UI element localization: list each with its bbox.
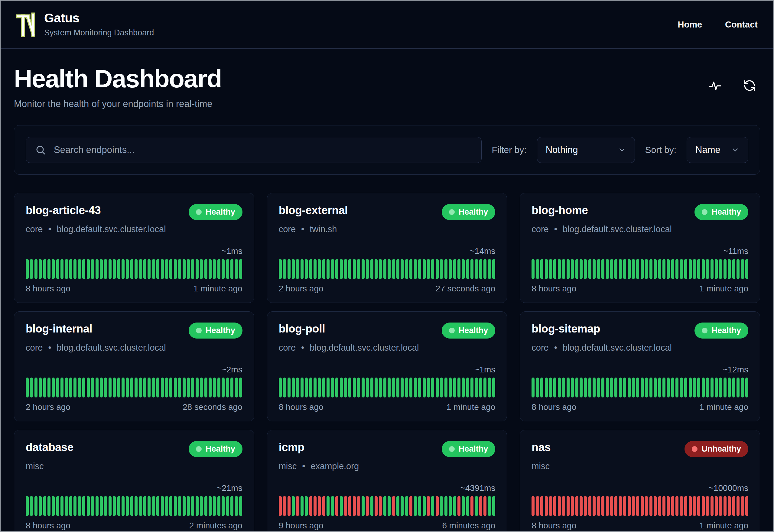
uptime-bar[interactable] xyxy=(296,378,299,397)
uptime-bar[interactable] xyxy=(366,378,369,397)
uptime-bar[interactable] xyxy=(680,496,683,516)
uptime-bar[interactable] xyxy=(697,496,700,516)
uptime-bar[interactable] xyxy=(113,496,116,516)
uptime-bar[interactable] xyxy=(418,496,421,516)
uptime-bar[interactable] xyxy=(122,496,125,516)
filter-dropdown[interactable]: Nothing xyxy=(537,137,635,163)
uptime-bar[interactable] xyxy=(60,378,63,397)
uptime-bar[interactable] xyxy=(593,378,596,397)
uptime-bar[interactable] xyxy=(235,496,238,516)
uptime-bar[interactable] xyxy=(314,259,317,279)
uptime-bar[interactable] xyxy=(562,378,565,397)
endpoint-card[interactable]: blog-poll Healthy core • blog.default.sv… xyxy=(267,311,507,421)
uptime-bar[interactable] xyxy=(318,378,321,397)
uptime-bar[interactable] xyxy=(69,378,72,397)
uptime-bar[interactable] xyxy=(239,496,242,516)
uptime-bar[interactable] xyxy=(344,496,347,516)
uptime-bar[interactable] xyxy=(87,259,90,279)
uptime-bar[interactable] xyxy=(322,496,325,516)
uptime-bar[interactable] xyxy=(82,259,85,279)
uptime-bar[interactable] xyxy=(466,496,469,516)
uptime-bar[interactable] xyxy=(715,378,718,397)
uptime-bar[interactable] xyxy=(318,259,321,279)
uptime-bar[interactable] xyxy=(96,496,99,516)
uptime-bar[interactable] xyxy=(628,378,631,397)
uptime-bar[interactable] xyxy=(375,259,378,279)
uptime-bar[interactable] xyxy=(658,378,661,397)
endpoint-card[interactable]: blog-internal Healthy core • blog.defaul… xyxy=(14,311,254,421)
uptime-bar[interactable] xyxy=(645,259,648,279)
uptime-bar[interactable] xyxy=(161,378,164,397)
uptime-bar[interactable] xyxy=(161,259,164,279)
uptime-bar[interactable] xyxy=(288,259,291,279)
uptime-bar[interactable] xyxy=(362,378,365,397)
uptime-bar[interactable] xyxy=(466,378,469,397)
uptime-bar[interactable] xyxy=(235,378,238,397)
uptime-bar[interactable] xyxy=(26,378,29,397)
uptime-bar[interactable] xyxy=(623,496,626,516)
uptime-bar[interactable] xyxy=(601,259,604,279)
uptime-bar[interactable] xyxy=(174,259,177,279)
uptime-bar[interactable] xyxy=(728,496,731,516)
uptime-bar[interactable] xyxy=(658,259,661,279)
uptime-bar[interactable] xyxy=(401,378,404,397)
uptime-bar[interactable] xyxy=(388,496,391,516)
uptime-bar[interactable] xyxy=(148,378,151,397)
uptime-bar[interactable] xyxy=(126,378,129,397)
uptime-bar[interactable] xyxy=(571,496,574,516)
uptime-bar[interactable] xyxy=(43,378,46,397)
uptime-bar[interactable] xyxy=(684,496,687,516)
uptime-bar[interactable] xyxy=(104,378,107,397)
uptime-bar[interactable] xyxy=(379,259,382,279)
uptime-bar[interactable] xyxy=(732,496,735,516)
uptime-bar[interactable] xyxy=(693,259,696,279)
uptime-bar[interactable] xyxy=(156,259,159,279)
uptime-bar[interactable] xyxy=(388,259,391,279)
uptime-bar[interactable] xyxy=(239,378,242,397)
uptime-bar[interactable] xyxy=(191,378,194,397)
uptime-bar[interactable] xyxy=(379,496,382,516)
uptime-bar[interactable] xyxy=(532,496,535,516)
uptime-bar[interactable] xyxy=(536,378,539,397)
uptime-bar[interactable] xyxy=(183,378,186,397)
uptime-bar[interactable] xyxy=(444,496,447,516)
uptime-bar[interactable] xyxy=(689,259,692,279)
uptime-bar[interactable] xyxy=(741,378,744,397)
uptime-bar[interactable] xyxy=(427,496,430,516)
uptime-bar[interactable] xyxy=(405,496,408,516)
uptime-bar[interactable] xyxy=(340,496,343,516)
uptime-bar[interactable] xyxy=(623,259,626,279)
uptime-bar[interactable] xyxy=(113,378,116,397)
uptime-bar[interactable] xyxy=(732,259,735,279)
uptime-bar[interactable] xyxy=(675,378,678,397)
uptime-bar[interactable] xyxy=(558,378,561,397)
uptime-bar[interactable] xyxy=(305,378,308,397)
uptime-bar[interactable] xyxy=(34,378,37,397)
uptime-bar[interactable] xyxy=(91,259,94,279)
uptime-bar[interactable] xyxy=(87,496,90,516)
uptime-bar[interactable] xyxy=(479,378,482,397)
uptime-bar[interactable] xyxy=(362,496,365,516)
uptime-bar[interactable] xyxy=(462,259,465,279)
uptime-bar[interactable] xyxy=(680,378,683,397)
nav-link-contact[interactable]: Contact xyxy=(725,20,758,30)
uptime-bar[interactable] xyxy=(392,259,395,279)
uptime-bar[interactable] xyxy=(667,496,670,516)
uptime-bar[interactable] xyxy=(532,378,535,397)
uptime-bar[interactable] xyxy=(597,259,600,279)
uptime-bar[interactable] xyxy=(52,378,55,397)
uptime-bar[interactable] xyxy=(383,259,386,279)
uptime-bar[interactable] xyxy=(549,378,552,397)
uptime-bar[interactable] xyxy=(226,496,229,516)
uptime-bar[interactable] xyxy=(204,496,207,516)
uptime-bar[interactable] xyxy=(536,496,539,516)
uptime-bar[interactable] xyxy=(283,378,286,397)
uptime-bar[interactable] xyxy=(91,378,94,397)
endpoint-card[interactable]: icmp Healthy misc • example.org ~4391ms … xyxy=(267,430,507,532)
uptime-bar[interactable] xyxy=(483,378,486,397)
uptime-bar[interactable] xyxy=(479,496,482,516)
uptime-bar[interactable] xyxy=(126,496,129,516)
uptime-bar[interactable] xyxy=(344,259,347,279)
uptime-bar[interactable] xyxy=(82,496,85,516)
uptime-bar[interactable] xyxy=(65,378,68,397)
